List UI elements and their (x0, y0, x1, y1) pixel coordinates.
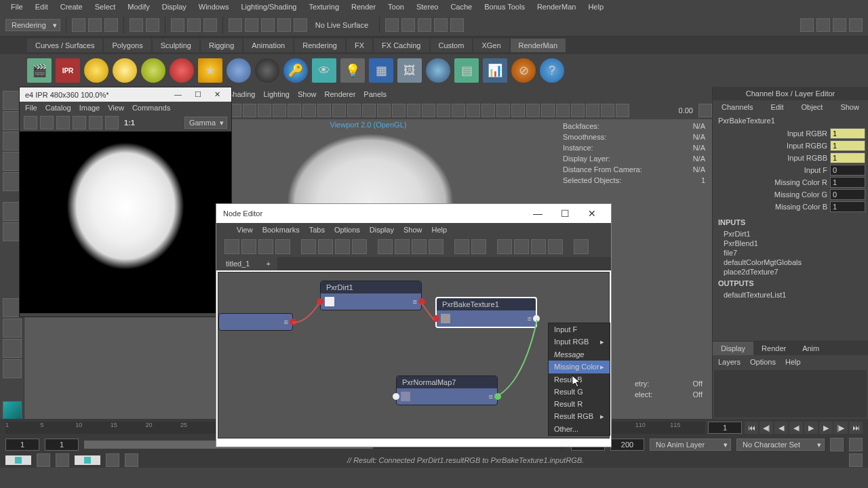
rm-sphere-icon[interactable] (226, 58, 251, 83)
rm-dark-icon[interactable] (255, 58, 279, 83)
vp-menu-lighting[interactable]: Lighting (263, 90, 290, 98)
attr-inputrgbr-v[interactable] (830, 128, 865, 139)
menu-renderman[interactable]: RenderMan (532, 1, 581, 12)
rm-tex-icon[interactable]: ▤ (454, 58, 479, 83)
ne-menu-view[interactable]: View (237, 226, 253, 234)
ne-menu-help[interactable]: Help (431, 226, 447, 234)
node-pxrbaketexture1[interactable]: PxrBakeTexture1 ≡ (435, 297, 537, 328)
layout3-icon[interactable] (3, 339, 22, 358)
taskbar-item-2[interactable] (75, 455, 100, 465)
rm-img-icon[interactable]: 🖼 (397, 58, 422, 83)
vp-tool-5[interactable] (288, 104, 301, 117)
shelf-tab-rigging[interactable]: Rigging (201, 39, 242, 52)
menu-display[interactable]: Display (157, 1, 192, 12)
channelbox-toggle-icon[interactable] (800, 18, 814, 32)
ne-menu-display[interactable]: Display (370, 226, 394, 234)
cb-tab-edit[interactable]: Edit (771, 103, 784, 111)
menu-texturing[interactable]: Texturing (303, 1, 344, 12)
ipr-menu-catalog[interactable]: Catalog (45, 104, 71, 112)
rm-light4-icon[interactable] (170, 58, 194, 83)
open-scene-icon[interactable] (88, 18, 102, 32)
vp-settings-icon[interactable] (698, 104, 712, 117)
menu-help[interactable]: Help (583, 1, 609, 12)
ne-tool-15[interactable] (497, 239, 512, 254)
ne-titlebar[interactable]: Node Editor — ☐ ✕ (216, 204, 611, 223)
vp-tool-13[interactable] (407, 104, 420, 117)
vp-tool-24[interactable] (571, 104, 585, 117)
rm-key-icon[interactable]: 🔑 (283, 58, 308, 83)
output-texlist[interactable]: defaultTextureList1 (718, 290, 863, 300)
play-fwd-icon[interactable]: ▶ (804, 422, 818, 434)
cb-nodename[interactable]: PxrBakeTexture1 (713, 114, 868, 127)
rm-light2-icon[interactable] (113, 58, 137, 83)
rm-prohibit-icon[interactable]: ⊘ (511, 58, 536, 83)
ne-maximize-icon[interactable]: ☐ (553, 208, 578, 219)
taskbar-box-1[interactable] (37, 453, 50, 467)
attr-mcb-v[interactable] (830, 201, 865, 212)
menu-edit[interactable]: Edit (30, 1, 54, 12)
snap-point-icon[interactable] (261, 18, 275, 32)
vp-tool-4[interactable] (273, 104, 286, 117)
ne-menu-tabs[interactable]: Tabs (309, 226, 325, 234)
hypershade-icon[interactable] (434, 18, 448, 32)
mode-dropdown[interactable]: Rendering (5, 19, 60, 31)
range-start-inner[interactable] (45, 439, 79, 451)
rm-light3-icon[interactable] (141, 58, 165, 83)
ne-menu-show[interactable]: Show (403, 226, 422, 234)
ipr-gamma-dropdown[interactable]: Gamma (184, 117, 227, 129)
menu-windows[interactable]: Windows (193, 1, 235, 12)
menu-lighting[interactable]: Lighting/Shading (235, 1, 302, 12)
vp-tool-6[interactable] (302, 104, 316, 117)
vp-tool-27[interactable] (616, 104, 629, 117)
cb-tab-show[interactable]: Show (840, 103, 859, 111)
range-end-outer[interactable] (610, 439, 644, 451)
modeling-toolkit-icon[interactable] (849, 18, 863, 32)
shelf-tab-custom[interactable]: Custom (431, 39, 473, 52)
ipr-titlebar[interactable]: e4 IPR 480x360 100.0%* — ☐ ✕ (20, 87, 231, 102)
ctx-other[interactable]: Other... (549, 423, 610, 435)
menu-create[interactable]: Create (55, 1, 88, 12)
ctx-input-rgb[interactable]: Input RGB▸ (549, 336, 610, 348)
attr-mcr-v[interactable] (830, 177, 865, 188)
ipr-maximize-icon[interactable]: ☐ (189, 90, 207, 98)
shelf-tab-animation[interactable]: Animation (243, 39, 293, 52)
vp-tool-23[interactable] (556, 104, 570, 117)
current-frame-field[interactable] (708, 422, 742, 434)
ctx-input-f[interactable]: Input F (549, 323, 610, 336)
shelf-tab-fx[interactable]: FX (347, 39, 372, 52)
input-colormgt[interactable]: defaultColorMgtGlobals (718, 258, 863, 267)
vp-tool-19[interactable] (496, 104, 510, 117)
ipr-pick-icon[interactable] (105, 116, 119, 129)
menu-stereo[interactable]: Stereo (411, 1, 443, 12)
ne-tool-2[interactable] (241, 239, 256, 254)
ne-tool-3[interactable] (258, 239, 273, 254)
vp-tool-22[interactable] (541, 104, 555, 117)
input-place2d[interactable]: place2dTexture7 (718, 267, 863, 277)
ipr-menu-view[interactable]: View (108, 104, 124, 112)
ipr-snapshot-icon[interactable] (89, 116, 102, 129)
cb-tab-channels[interactable]: Channels (722, 103, 753, 111)
ne-tool-7[interactable] (335, 239, 350, 254)
vp-menu-renderer[interactable]: Renderer (324, 90, 355, 98)
rm-help-icon[interactable]: ? (540, 58, 564, 83)
save-scene-icon[interactable] (104, 18, 118, 32)
layout2-icon[interactable] (3, 319, 22, 338)
layereditor-toggle-icon[interactable] (816, 18, 830, 32)
layermenu-options[interactable]: Options (750, 358, 776, 366)
ctx-result-r[interactable]: Result R (549, 398, 610, 410)
vp-tool-25[interactable] (586, 104, 599, 117)
prefs-icon[interactable] (849, 438, 863, 451)
ne-tool-19[interactable] (574, 239, 589, 254)
ne-minimize-icon[interactable]: — (525, 208, 551, 219)
rm-ipr-icon[interactable]: IPR (56, 58, 80, 83)
ctx-result-rgb[interactable]: Result RGB▸ (549, 410, 610, 423)
ne-tab-add[interactable]: + (259, 257, 277, 270)
rm-render-icon[interactable]: 🎬 (27, 58, 52, 83)
ne-tool-10[interactable] (395, 239, 410, 254)
vp-tool-2[interactable] (243, 104, 256, 117)
layermenu-help[interactable]: Help (785, 358, 801, 366)
layout4-icon[interactable] (3, 359, 22, 378)
ne-tool-6[interactable] (318, 239, 333, 254)
layertab-render[interactable]: Render (753, 342, 794, 355)
playblast-icon[interactable] (450, 18, 464, 32)
